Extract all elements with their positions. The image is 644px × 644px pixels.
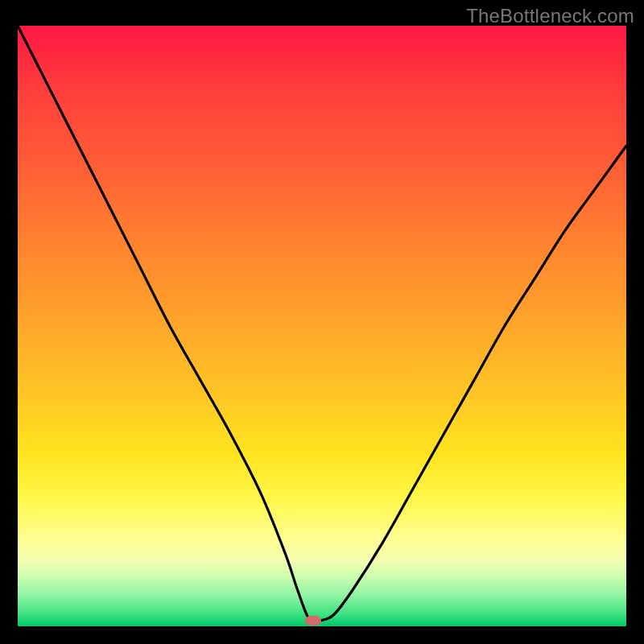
watermark-text: TheBottleneck.com [466,5,634,27]
optimum-marker [305,616,321,625]
plot-area [18,26,626,626]
chart-frame: TheBottleneck.com [0,0,644,644]
